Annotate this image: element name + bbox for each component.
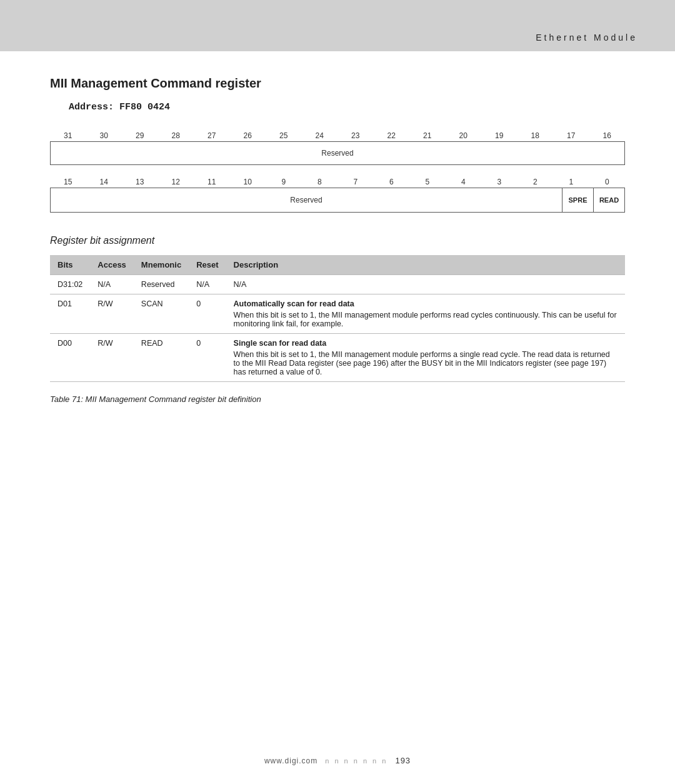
col-header-reset: Reset [189,255,226,275]
col-header-access: Access [90,255,134,275]
bit-num-18: 18 [518,131,554,140]
bit-num-17: 17 [553,131,589,140]
cell-access: R/W [90,294,134,334]
header-bar: Ethernet Module [0,0,675,51]
bit-num-2: 2 [518,178,554,186]
bit-numbers-bottom: 15 14 13 12 11 10 9 8 7 6 5 4 3 2 1 0 [50,178,625,186]
bit-num-0: 0 [589,178,626,186]
bit-num-28: 28 [158,131,194,140]
bit-num-14: 14 [86,178,122,186]
footer-dots: n n n n n n n [325,757,388,765]
bit-num-27: 27 [194,131,230,140]
bit-num-24: 24 [302,131,338,140]
bit-num-15: 15 [50,178,86,186]
bit-num-26: 26 [230,131,266,140]
bit-num-6: 6 [374,178,410,186]
bit-num-22: 22 [374,131,410,140]
table-row: D01R/WSCAN0Automatically scan for read d… [50,294,625,334]
page-title: MII Management Command register [50,76,625,91]
bit-assignment-table: Bits Access Mnemonic Reset Description D… [50,255,625,382]
bit-num-9: 9 [266,178,302,186]
bit-num-7: 7 [338,178,374,186]
bit-num-8: 8 [302,178,338,186]
table-header-row: Bits Access Mnemonic Reset Description [50,255,625,275]
cell-bits: D01 [50,294,90,334]
register-row-bottom: 15 14 13 12 11 10 9 8 7 6 5 4 3 2 1 0 Re… [50,178,625,213]
table-row: D00R/WREAD0Single scan for read dataWhen… [50,334,625,382]
bit-num-29: 29 [122,131,158,140]
col-header-description: Description [226,255,625,275]
cell-access: R/W [90,334,134,382]
cell-reset: N/A [189,275,226,294]
bit-num-31: 31 [50,131,86,140]
footer-page-number: 193 [395,756,411,765]
register-diagram: 31 30 29 28 27 26 25 24 23 22 21 20 19 1… [50,131,625,213]
bit-num-19: 19 [481,131,518,140]
register-body-bottom: Reserved SPRE READ [50,188,625,213]
cell-description: Single scan for read dataWhen this bit i… [226,334,625,382]
register-read-cell: READ [593,188,624,212]
bit-numbers-top: 31 30 29 28 27 26 25 24 23 22 21 20 19 1… [50,131,625,140]
cell-description: Automatically scan for read dataWhen thi… [226,294,625,334]
register-row-top: 31 30 29 28 27 26 25 24 23 22 21 20 19 1… [50,131,625,165]
bit-num-25: 25 [266,131,302,140]
register-reserved-top: Reserved [51,142,624,164]
footer-url: www.digi.com [264,756,318,765]
description-bold: Automatically scan for read data [234,299,618,308]
description-bold: Single scan for read data [234,339,618,348]
bit-num-5: 5 [409,178,446,186]
bit-num-11: 11 [194,178,230,186]
table-caption: Table 71: MII Management Command registe… [50,395,625,404]
bit-num-1: 1 [553,178,589,186]
cell-mnemonic: SCAN [134,294,189,334]
bit-num-16: 16 [589,131,626,140]
cell-description: N/A [226,275,625,294]
register-spre-cell: SPRE [562,188,593,212]
table-row: D31:02N/AReservedN/AN/A [50,275,625,294]
register-reserved-bottom: Reserved [51,188,562,212]
bit-num-30: 30 [86,131,122,140]
main-content: MII Management Command register Address:… [0,51,675,441]
bit-num-3: 3 [481,178,518,186]
bit-num-13: 13 [122,178,158,186]
cell-access: N/A [90,275,134,294]
col-header-mnemonic: Mnemonic [134,255,189,275]
col-header-bits: Bits [50,255,90,275]
cell-reset: 0 [189,334,226,382]
section-title: Register bit assignment [50,235,625,246]
bit-num-21: 21 [409,131,446,140]
bit-num-10: 10 [230,178,266,186]
register-body-top: Reserved [50,141,625,165]
address-label: Address: FF80 0424 [69,102,625,113]
bit-num-20: 20 [446,131,482,140]
cell-mnemonic: READ [134,334,189,382]
footer: www.digi.com n n n n n n n 193 [0,756,675,765]
cell-bits: D31:02 [50,275,90,294]
bit-num-23: 23 [338,131,374,140]
cell-mnemonic: Reserved [134,275,189,294]
bit-num-12: 12 [158,178,194,186]
bit-num-4: 4 [446,178,482,186]
cell-bits: D00 [50,334,90,382]
header-title: Ethernet Module [536,33,638,43]
cell-reset: 0 [189,294,226,334]
